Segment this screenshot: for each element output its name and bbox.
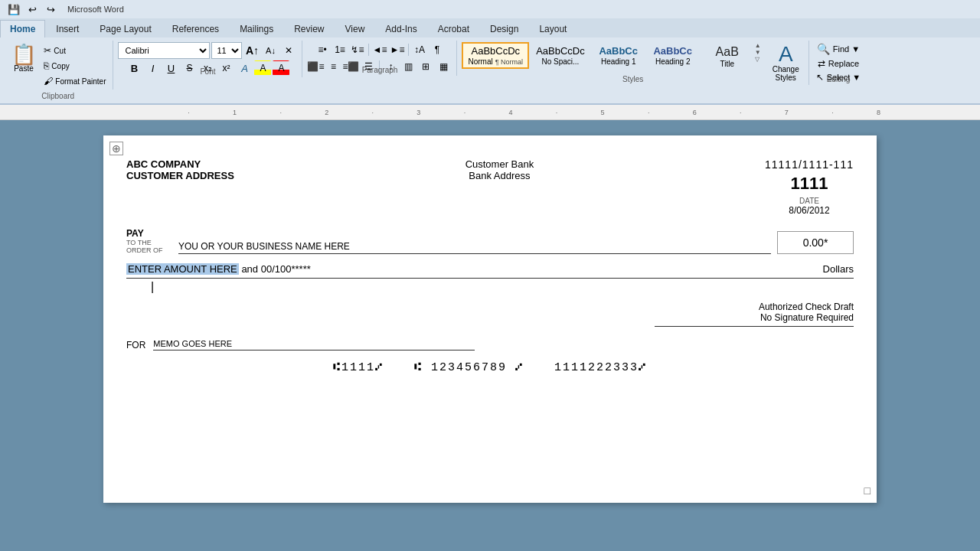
font-size-select[interactable]: 11: [211, 42, 242, 59]
signature-line: [655, 326, 854, 327]
for-label: FOR: [126, 340, 145, 350]
tab-page-layout[interactable]: Page Layout: [90, 20, 161, 37]
replace-button[interactable]: ⇄ Replace: [815, 57, 861, 70]
pay-order-label: TO THE ORDER OF: [126, 239, 172, 254]
payee-line: YOU OR YOUR BUSINESS NAME HERE: [178, 241, 771, 254]
date-label: DATE: [789, 197, 829, 205]
style-heading2[interactable]: AaBbCc Heading 2: [646, 42, 700, 69]
format-painter-button[interactable]: 🖌 Format Painter: [41, 74, 108, 88]
check-number: 1111: [791, 174, 828, 194]
clipboard-group: 📋 Paste ✂ Cut ⎘ Copy 🖌 Format Painter Cl…: [3, 41, 113, 90]
micr-line: ⑆1111⑇ ⑆ 123456789 ⑇ 1111222333⑇: [126, 361, 854, 374]
authorized-line2: No Signature Required: [760, 312, 854, 323]
ribbon-tabs: Home Insert Page Layout References Maili…: [0, 18, 980, 37]
paste-button[interactable]: 📋 Paste: [8, 42, 40, 75]
tab-view[interactable]: View: [335, 20, 375, 37]
copy-button[interactable]: ⎘ Copy: [41, 59, 108, 73]
bullets-button[interactable]: ≡•: [314, 42, 331, 57]
amount-words-rest: and 00/100*****: [239, 263, 311, 275]
tab-insert[interactable]: Insert: [46, 20, 89, 37]
strikethrough-button[interactable]: S: [181, 60, 198, 76]
tab-acrobat[interactable]: Acrobat: [428, 20, 479, 37]
tab-mailings[interactable]: Mailings: [230, 20, 283, 37]
align-left-button[interactable]: ⬛≡: [307, 59, 324, 74]
superscript-button[interactable]: x²: [217, 60, 234, 76]
show-marks-button[interactable]: ¶: [429, 42, 446, 57]
columns-button[interactable]: ▦: [435, 59, 452, 74]
text-effects-button[interactable]: A: [236, 60, 253, 76]
bank-info: Customer Bank Bank Address: [466, 158, 534, 181]
find-button[interactable]: 🔍 Find ▼: [815, 42, 862, 56]
underline-button[interactable]: U: [162, 60, 179, 76]
check-header: ABC COMPANY CUSTOMER ADDRESS Customer Ba…: [126, 158, 854, 216]
cursor: |: [151, 280, 154, 294]
editing-group-label: Editing: [827, 75, 851, 83]
font-group-label: Font: [200, 67, 215, 76]
document-area: ⊕ ABC COMPANY CUSTOMER ADDRESS Customer …: [0, 120, 980, 518]
styles-scroll-up[interactable]: ▲ ▼ ▽: [755, 42, 767, 63]
check-company-info: ABC COMPANY CUSTOMER ADDRESS: [126, 158, 234, 181]
quick-access-toolbar: 💾 ↩ ↪ Microsoft Word: [0, 0, 980, 18]
routing-number: 11111/1111-111: [765, 158, 854, 171]
date-value: 8/06/2012: [789, 205, 829, 216]
editing-group: 🔍 Find ▼ ⇄ Replace ↖ Select ▼ Editing: [809, 41, 868, 85]
font-group: Calibri 11 A↑ A↓ ✕ B I U S x₂ x² A A A F…: [113, 41, 302, 77]
pay-section: PAY TO THE ORDER OF YOU OR YOUR BUSINESS…: [126, 228, 854, 254]
amount-words-line: ENTER AMOUNT HERE and 00/100***** Dollar…: [126, 263, 854, 279]
font-shrink-button[interactable]: A↓: [262, 43, 279, 58]
check-number-area: 11111/1111-111 1111 DATE 8/06/2012: [765, 158, 854, 216]
sort-button[interactable]: ↕A: [411, 42, 428, 57]
bank-address: Bank Address: [466, 170, 534, 181]
cursor-area: |: [126, 279, 854, 289]
decrease-indent-button[interactable]: ◄≡: [371, 42, 388, 57]
style-heading1[interactable]: AaBbCc Heading 1: [592, 42, 645, 69]
tab-references[interactable]: References: [162, 20, 229, 37]
styles-group-label: Styles: [622, 75, 643, 83]
amount-box: 0.00*: [777, 231, 854, 254]
tab-home[interactable]: Home: [0, 20, 45, 37]
redo-button[interactable]: ↪: [43, 2, 58, 17]
micr-account: 1111222333⑇: [554, 361, 647, 374]
increase-indent-button[interactable]: ►≡: [389, 42, 406, 57]
tab-design[interactable]: Design: [480, 20, 528, 37]
save-button[interactable]: 💾: [6, 2, 21, 17]
tab-review[interactable]: Review: [284, 20, 334, 37]
multilevel-button[interactable]: ↯≡: [349, 42, 366, 57]
company-address: CUSTOMER ADDRESS: [126, 170, 234, 181]
clipboard-label: Clipboard: [41, 92, 74, 100]
font-color-button[interactable]: A: [273, 60, 289, 76]
clear-formatting-button[interactable]: ✕: [280, 43, 297, 58]
signature-area: Authorized Check Draft No Signature Requ…: [126, 302, 854, 327]
authorized-line1: Authorized Check Draft: [759, 302, 854, 312]
company-name: ABC COMPANY: [126, 158, 234, 170]
cut-button[interactable]: ✂ Cut: [41, 44, 108, 57]
pay-word: PAY: [126, 228, 172, 239]
micr-check-number: ⑆1111⑇: [333, 361, 384, 374]
ruler: ·1·2· 3·4·5 ·6·7·8: [0, 105, 980, 120]
paragraph-group-label: Paragraph: [362, 66, 398, 74]
font-name-select[interactable]: Calibri: [118, 42, 210, 59]
undo-button[interactable]: ↩: [24, 2, 40, 17]
style-title[interactable]: AaB Title: [701, 42, 754, 71]
style-no-spacing[interactable]: AaBbCcDc No Spaci...: [530, 42, 591, 69]
styles-group: AaBbCcDc Normal ¶ Normal AaBbCcDc No Spa…: [457, 41, 808, 85]
tab-layout[interactable]: Layout: [529, 20, 577, 37]
borders-button[interactable]: ⊞: [417, 59, 434, 74]
app-title: Microsoft Word: [67, 5, 124, 14]
corner-square: □: [864, 484, 871, 497]
highlight-button[interactable]: A: [254, 60, 271, 76]
tab-add-ins[interactable]: Add-Ins: [375, 20, 426, 37]
move-handle[interactable]: ⊕: [109, 142, 123, 155]
numbering-button[interactable]: 1≡: [332, 42, 348, 57]
bank-name: Customer Bank: [466, 158, 534, 170]
memo-line: MEMO GOES HERE: [153, 339, 475, 350]
change-styles-button[interactable]: A Change Styles: [768, 42, 804, 83]
align-right-button[interactable]: ≡⬛: [342, 59, 359, 74]
style-normal[interactable]: AaBbCcDc Normal ¶ Normal: [462, 42, 529, 69]
italic-button[interactable]: I: [144, 60, 161, 76]
align-center-button[interactable]: ≡: [325, 59, 341, 74]
font-grow-button[interactable]: A↑: [243, 43, 260, 58]
shading-button[interactable]: ▥: [400, 59, 416, 74]
micr-routing: ⑆ 123456789 ⑇: [414, 361, 524, 374]
bold-button[interactable]: B: [126, 60, 142, 76]
